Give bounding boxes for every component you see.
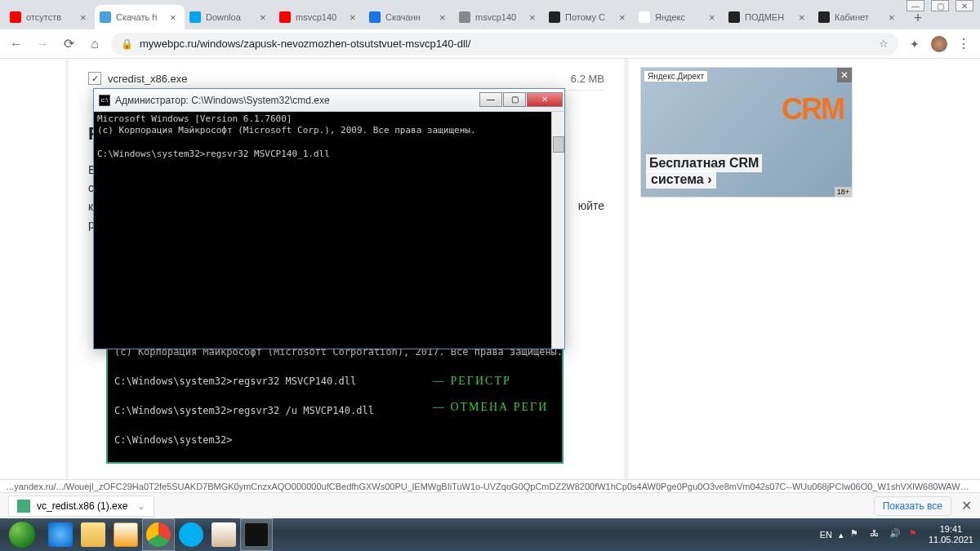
ad-brand: CRM (782, 92, 844, 127)
task-media[interactable] (109, 518, 142, 551)
download-row[interactable]: ✓ vcredist_x86.exe 6.2 MB (88, 67, 604, 91)
address-bar[interactable]: 🔒 mywebpc.ru/windows/zapusk-nevozmozhen-… (111, 33, 898, 56)
tray-volume-icon[interactable]: 🔊 (889, 528, 902, 541)
maximize-button[interactable]: ▢ (931, 0, 949, 11)
toolbar: ← → ⟳ ⌂ 🔒 mywebpc.ru/windows/zapusk-nevo… (0, 29, 980, 59)
tab-close-icon[interactable]: × (619, 11, 629, 24)
annotation-register: — РЕГИСТР (433, 372, 511, 389)
minimize-button[interactable]: — (906, 0, 924, 11)
tab-strip: отсутств×Скачать h×Downloa×msvcp140×Скач… (0, 0, 980, 29)
tab-close-icon[interactable]: × (80, 11, 90, 24)
tab[interactable]: Кабинет× (813, 5, 903, 29)
tab-favicon (818, 11, 830, 23)
download-filename: vcredist_x86.exe (108, 73, 571, 85)
cmd-body[interactable]: Microsoft Windows [Version 6.1.7600] (c)… (94, 112, 564, 349)
tray-chevron-icon[interactable]: ▴ (839, 530, 844, 540)
tab-title: Скачанн (385, 12, 434, 22)
tab-title: Скачать h (116, 12, 165, 22)
task-explorer[interactable] (77, 518, 109, 551)
language-indicator[interactable]: EN (820, 530, 832, 540)
tab-favicon (549, 11, 560, 23)
tab-title: msvcp140 (296, 12, 345, 22)
tab-favicon (279, 11, 291, 23)
taskbar: EN ▴ ⚑ 🖧 🔊 ⚑ 19:41 11.05.2021 (0, 518, 980, 551)
download-item-name: vc_redist.x86 (1).exe (37, 500, 127, 512)
tab-title: Downloa (206, 12, 255, 22)
tab-favicon (369, 11, 381, 23)
tab-title: ПОДМЕН (745, 12, 794, 22)
systray-clock[interactable]: 19:41 11.05.2021 (929, 524, 973, 545)
forward-button[interactable]: → (33, 34, 52, 54)
cmd-scrollbar[interactable] (551, 112, 564, 349)
close-button[interactable]: ✕ (956, 0, 973, 11)
tab-close-icon[interactable]: × (709, 11, 719, 24)
tab-close-icon[interactable]: × (439, 11, 449, 24)
tab[interactable]: Яндекс× (634, 5, 724, 29)
tab-favicon (189, 11, 201, 23)
cmd-maximize-button[interactable]: ▢ (503, 92, 526, 107)
tab[interactable]: Потому С× (544, 5, 634, 29)
home-button[interactable]: ⌂ (85, 34, 105, 54)
tab[interactable]: Downloa× (185, 5, 274, 29)
show-all-downloads-button[interactable]: Показать все (874, 496, 951, 516)
menu-icon[interactable]: ⋮ (954, 34, 973, 54)
task-skype[interactable] (175, 518, 207, 551)
tab-close-icon[interactable]: × (350, 11, 359, 24)
task-paint[interactable] (207, 518, 240, 551)
ad-close-icon[interactable]: ✕ (837, 68, 852, 82)
cmd-close-button[interactable]: ✕ (527, 92, 563, 107)
checkbox-icon: ✓ (88, 72, 101, 85)
task-cmd[interactable] (240, 518, 273, 551)
download-size: 6.2 MB (571, 73, 604, 85)
cmd-title: Администратор: C:\Windows\System32\cmd.e… (115, 95, 479, 106)
cmd-titlebar[interactable]: c:\ Администратор: C:\Windows\System32\c… (94, 89, 564, 112)
tab-title: Яндекс (655, 12, 704, 22)
shelf-close-icon[interactable]: ✕ (961, 498, 972, 513)
clock-time: 19:41 (929, 524, 973, 535)
tab-close-icon[interactable]: × (529, 11, 539, 24)
url-text: mywebpc.ru/windows/zapusk-nevozmozhen-ot… (140, 38, 872, 50)
start-button[interactable] (0, 518, 44, 551)
exe-icon (17, 500, 30, 513)
task-ie[interactable] (44, 518, 77, 551)
tab[interactable]: ПОДМЕН× (724, 5, 813, 29)
tab[interactable]: msvcp140× (454, 5, 544, 29)
tab[interactable]: Скачать h× (95, 5, 185, 29)
ad-label: Яндекс.Директ (644, 71, 707, 82)
tab-close-icon[interactable]: × (170, 11, 180, 24)
cmd-scroll-thumb[interactable] (553, 136, 564, 153)
reload-button[interactable]: ⟳ (59, 34, 78, 54)
downloads-shelf: vc_redist.x86 (1).exe ⌄ Показать все ✕ (0, 492, 980, 518)
ad-line1: Бесплатная CRM (646, 154, 762, 172)
task-chrome[interactable] (142, 518, 175, 551)
tab[interactable]: Скачанн× (364, 5, 454, 29)
download-item[interactable]: vc_redist.x86 (1).exe ⌄ (8, 495, 154, 517)
tray-action-center-icon[interactable]: ⚑ (850, 528, 863, 541)
lock-icon: 🔒 (121, 38, 133, 50)
tab[interactable]: отсутств× (5, 5, 95, 29)
profile-avatar[interactable] (931, 36, 947, 52)
chevron-down-icon[interactable]: ⌄ (137, 500, 145, 512)
tab-favicon (728, 11, 740, 23)
cmd-window[interactable]: c:\ Администратор: C:\Windows\System32\c… (93, 88, 565, 349)
tab-close-icon[interactable]: × (889, 11, 898, 24)
tab[interactable]: msvcp140× (274, 5, 364, 29)
tab-title: отсутств (26, 12, 75, 22)
back-button[interactable]: ← (7, 34, 26, 54)
tab-title: Потому С (565, 12, 614, 22)
tab-close-icon[interactable]: × (799, 11, 808, 24)
annotation-unregister: — ОТМЕНА РЕГИ (433, 398, 548, 415)
page-body-right: юйте (578, 199, 604, 212)
tab-close-icon[interactable]: × (260, 11, 270, 24)
star-icon[interactable]: ☆ (879, 38, 889, 50)
tab-title: Кабинет (835, 12, 884, 22)
tab-favicon (10, 11, 21, 23)
clock-date: 11.05.2021 (929, 535, 973, 545)
extensions-icon[interactable]: ✦ (905, 34, 924, 54)
ad-age-badge: 18+ (835, 187, 852, 197)
tray-shield-icon[interactable]: ⚑ (909, 528, 922, 541)
cmd-minimize-button[interactable]: — (479, 92, 502, 107)
tray-network-icon[interactable]: 🖧 (870, 528, 883, 541)
ad-box[interactable]: Яндекс.Директ ✕ CRM Бесплатная CRM систе… (640, 67, 853, 198)
tab-favicon (100, 11, 111, 23)
